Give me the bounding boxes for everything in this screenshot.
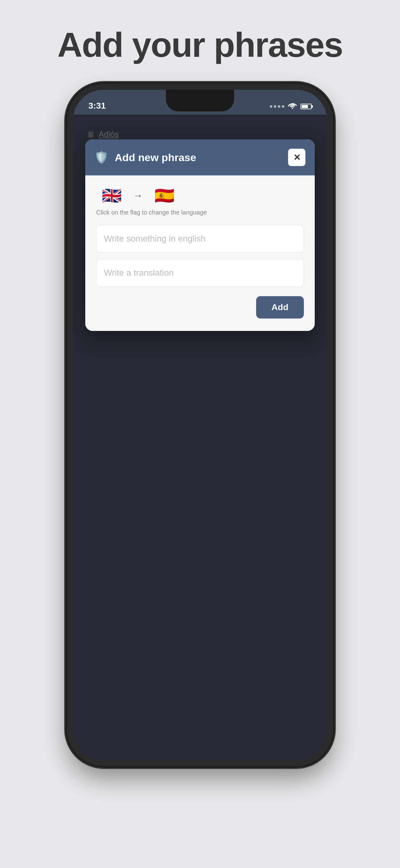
dot-4 [282, 105, 284, 108]
dot-3 [278, 105, 280, 108]
english-input[interactable] [96, 225, 304, 253]
uk-flag-icon: 🇬🇧 [102, 187, 122, 205]
modal-body: 🇬🇧 → 🇪🇸 Click on the flag to change the … [85, 176, 315, 331]
status-time: 3:31 [88, 101, 106, 111]
page-title: Add your phrases [57, 25, 343, 65]
battery-icon [300, 104, 312, 109]
phone-screen: 3:31 [73, 90, 327, 760]
translation-input[interactable] [96, 259, 304, 287]
dot-2 [274, 105, 276, 108]
add-button[interactable]: Add [256, 296, 304, 318]
modal-close-button[interactable]: ✕ [288, 149, 305, 166]
wifi-icon [288, 102, 297, 111]
flag-hint: Click on the flag to change the language [96, 209, 304, 216]
phone-frame: 3:31 [67, 84, 333, 767]
source-language-flag[interactable]: 🇬🇧 [96, 185, 127, 207]
flag-row: 🇬🇧 → 🇪🇸 [96, 185, 304, 207]
target-language-flag[interactable]: 🇪🇸 [149, 185, 180, 207]
add-phrase-modal: 🛡️ Add new phrase ✕ 🇬🇧 → 🇪🇸 Click on the… [85, 140, 315, 331]
signal-dots [270, 105, 284, 108]
modal-title: Add new phrase [115, 152, 282, 164]
spain-flag-icon: 🇪🇸 [155, 187, 174, 205]
arrow-icon: → [133, 190, 143, 201]
status-icons [270, 102, 312, 111]
modal-footer: Add [96, 296, 304, 318]
modal-header-icon: 🛡️ [95, 151, 108, 164]
modal-header: 🛡️ Add new phrase ✕ [85, 140, 315, 176]
notch [166, 90, 234, 112]
dot-1 [270, 105, 272, 108]
